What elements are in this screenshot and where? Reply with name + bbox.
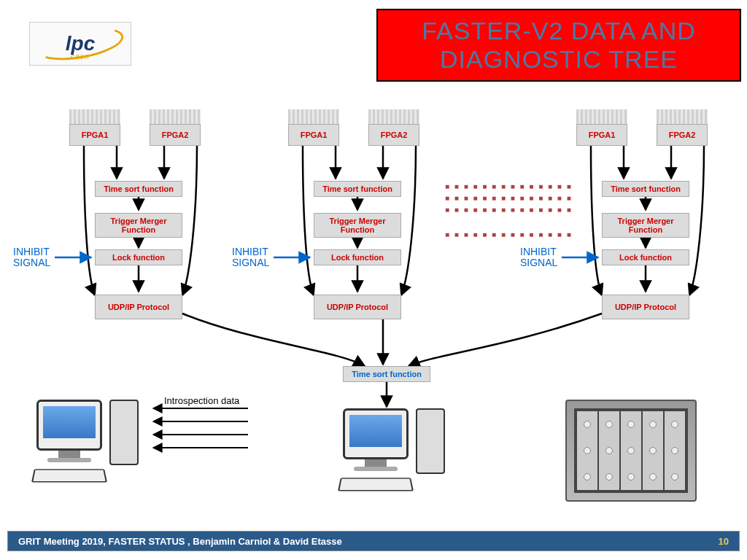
trigger-box: Trigger Merger Function xyxy=(95,213,182,238)
computer-screen xyxy=(43,406,96,438)
udp-box: UDP/IP Protocol xyxy=(602,295,689,319)
title-box: FASTER-V2 DATA AND DIAGNOSTIC TREE xyxy=(376,9,741,82)
lock-box: Lock function xyxy=(314,249,401,265)
trigger-box: Trigger Merger Function xyxy=(314,213,401,238)
computer-stand xyxy=(365,459,387,467)
computer-left xyxy=(36,400,102,462)
fpga2-box: FPGA2 xyxy=(368,124,419,146)
central-timesort-box: Time sort function xyxy=(343,366,430,382)
computer-keyboard xyxy=(338,478,414,491)
udp-box: UDP/IP Protocol xyxy=(314,295,401,319)
hardware-card xyxy=(599,411,619,490)
hardware-card xyxy=(621,411,641,490)
timesort-box: Time sort function xyxy=(95,181,182,197)
footer-bar: GRIT Meeting 2019, FASTER STATUS , Benja… xyxy=(7,531,740,551)
computer-center xyxy=(343,408,409,471)
computer-screen xyxy=(349,415,402,447)
hardware-card xyxy=(665,411,685,490)
hardware-card xyxy=(643,411,663,490)
introspection-label: Introspection data xyxy=(164,395,239,406)
timesort-box: Time sort function xyxy=(314,181,401,197)
computer-tower xyxy=(109,400,139,465)
fpga2-box: FPGA2 xyxy=(657,124,708,146)
computer-monitor xyxy=(36,400,102,451)
footer-text: GRIT Meeting 2019, FASTER STATUS , Benja… xyxy=(18,536,342,547)
inhibit-label: INHIBITSIGNAL xyxy=(13,246,50,269)
inhibit-label: INHIBITSIGNAL xyxy=(232,246,269,269)
computer-monitor xyxy=(343,408,409,459)
fpga1-box: FPGA1 xyxy=(288,124,339,146)
fpga2-box: FPGA2 xyxy=(150,124,201,146)
timesort-box: Time sort function xyxy=(602,181,689,197)
computer-stand xyxy=(58,451,80,458)
udp-box: UDP/IP Protocol xyxy=(95,295,182,319)
inhibit-label: INHIBITSIGNAL xyxy=(520,246,557,269)
hardware-rack xyxy=(574,408,688,493)
continuation-dots: ■ ■ ■ ■ ■ ■ ■ ■ ■ ■ ■ ■ ■ ■■ ■ ■ ■ ■ ■ ■… xyxy=(445,181,573,216)
lpc-logo: lpc caen xyxy=(29,22,131,66)
trigger-box: Trigger Merger Function xyxy=(602,213,689,238)
logo-sub: caen xyxy=(71,52,90,61)
hardware-photo xyxy=(565,400,697,502)
computer-keyboard xyxy=(31,469,107,482)
title-text: FASTER-V2 DATA AND DIAGNOSTIC TREE xyxy=(381,17,737,74)
hardware-card xyxy=(577,411,597,490)
fpga1-box: FPGA1 xyxy=(69,124,120,146)
lock-box: Lock function xyxy=(95,249,182,265)
fpga1-box: FPGA1 xyxy=(576,124,627,146)
slide: lpc caen FASTER-V2 DATA AND DIAGNOSTIC T… xyxy=(0,0,747,560)
lock-box: Lock function xyxy=(602,249,689,265)
page-number: 10 xyxy=(719,536,729,547)
computer-base xyxy=(47,458,91,462)
computer-base xyxy=(354,467,398,471)
continuation-dots: ■ ■ ■ ■ ■ ■ ■ ■ ■ ■ ■ ■ ■ ■ xyxy=(445,229,573,241)
computer-tower xyxy=(416,408,445,474)
